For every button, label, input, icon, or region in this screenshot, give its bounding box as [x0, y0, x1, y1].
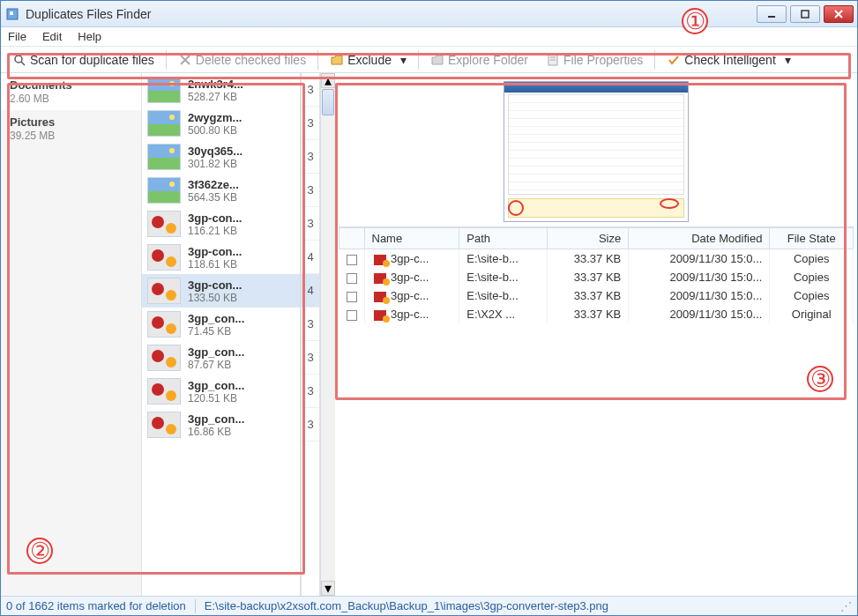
file-name: 30yq365...	[188, 145, 242, 158]
dup-count-cell: 3	[302, 107, 319, 140]
file-item[interactable]: 2nwk3r4...528.27 KB	[142, 73, 300, 107]
checkbox[interactable]	[347, 310, 357, 321]
toolbar: Scan for duplicate files Delete checked …	[1, 47, 857, 73]
exclude-button[interactable]: Exclude ▾	[322, 49, 414, 71]
svg-line-7	[21, 62, 25, 65]
close-button[interactable]	[824, 5, 854, 23]
folder-item-documents[interactable]: Documents 2.60 MB	[1, 73, 141, 110]
table-row[interactable]: 3gp-c...E:\X2X ...33.37 KB2009/11/30 15:…	[339, 305, 854, 323]
menu-help[interactable]: Help	[78, 30, 101, 43]
file-size: 500.80 KB	[188, 124, 242, 137]
status-marked: 0 of 1662 items marked for deletion	[6, 599, 186, 612]
dup-count-column: 33333443333	[301, 73, 320, 596]
checkbox[interactable]	[347, 292, 357, 302]
explore-label: Explore Folder	[448, 53, 528, 67]
cell-path: E:\site-b...	[459, 249, 547, 269]
file-name: 3f362ze...	[188, 178, 239, 191]
col-path[interactable]: Path	[459, 228, 547, 249]
dup-count-cell: 4	[302, 274, 319, 308]
file-meta: 30yq365...301.82 KB	[188, 145, 242, 170]
scroll-thumb[interactable]	[322, 89, 334, 115]
file-size: 133.50 KB	[188, 292, 242, 304]
scrollbar-vertical[interactable]: ▴ ▾	[320, 73, 335, 596]
file-size: 528.27 KB	[188, 91, 243, 103]
file-item[interactable]: 30yq365...301.82 KB	[142, 140, 300, 174]
file-item[interactable]: 3gp-con...118.61 KB	[142, 241, 300, 274]
file-item[interactable]: 3gp-con...133.50 KB	[142, 274, 300, 308]
checkbox[interactable]	[347, 273, 357, 284]
file-item[interactable]: 3gp-con...116.21 KB	[142, 207, 300, 241]
file-item[interactable]: 3gp_con...120.51 KB	[142, 375, 300, 408]
grid-area: Name Path Size Date Modified File State …	[339, 226, 854, 592]
minimize-button[interactable]	[757, 5, 787, 23]
dup-count-cell: 3	[302, 207, 319, 241]
chevron-down-icon: ▾	[785, 53, 791, 67]
folder-exclude-icon	[330, 53, 344, 67]
col-state[interactable]: File State	[770, 228, 854, 249]
statusbar: 0 of 1662 items marked for deletion E:\s…	[1, 596, 857, 615]
file-size: 16.86 KB	[188, 426, 244, 438]
file-meta: 3gp_con...87.67 KB	[188, 345, 244, 371]
delete-button[interactable]: Delete checked files	[170, 49, 314, 71]
file-size: 71.45 KB	[188, 325, 244, 338]
explore-button[interactable]: Explore Folder	[422, 49, 536, 71]
table-row[interactable]: 3gp-c...E:\site-b...33.37 KB2009/11/30 1…	[339, 286, 854, 305]
folder-name: Documents	[10, 78, 132, 92]
file-item[interactable]: 3gp_con...87.67 KB	[142, 341, 300, 375]
dup-count-cell: 3	[302, 73, 319, 107]
col-name[interactable]: Name	[364, 228, 459, 249]
menu-file[interactable]: File	[8, 30, 26, 43]
delete-label: Delete checked files	[196, 53, 306, 67]
folder-item-pictures[interactable]: Pictures 39.25 MB	[1, 110, 141, 147]
table-row[interactable]: 3gp-c...E:\site-b...33.37 KB2009/11/30 1…	[339, 249, 854, 269]
cell-name: 3gp-c...	[364, 249, 459, 269]
properties-button[interactable]: File Properties	[538, 49, 651, 71]
thumbnail-icon	[147, 412, 181, 438]
cell-date: 2009/11/30 15:0...	[629, 249, 770, 269]
file-item[interactable]: 3gp_con...71.45 KB	[142, 308, 300, 341]
app-icon	[4, 6, 20, 22]
file-meta: 3gp_con...16.86 KB	[188, 412, 244, 438]
check-intel-label: Check Intelligent	[684, 53, 776, 67]
check-intelligent-button[interactable]: Check Intelligent ▾	[659, 49, 799, 71]
col-date[interactable]: Date Modified	[629, 228, 770, 249]
scan-button[interactable]: Scan for duplicate files	[4, 49, 162, 71]
file-name: 3gp_con...	[188, 379, 244, 392]
maximize-button[interactable]	[790, 5, 820, 23]
thumbnail-icon	[147, 345, 181, 371]
cell-path: E:\X2X ...	[459, 305, 547, 323]
dup-count-cell: 3	[302, 140, 319, 174]
file-name: 3gp_con...	[188, 312, 244, 325]
menu-edit[interactable]: Edit	[42, 30, 62, 43]
file-item[interactable]: 2wygzm...500.80 KB	[142, 107, 300, 140]
file-item[interactable]: 3f362ze...564.35 KB	[142, 174, 300, 207]
dup-count-cell: 3	[302, 408, 319, 442]
file-name: 3gp_con...	[188, 345, 244, 359]
dup-count-cell: 3	[302, 375, 319, 408]
exclude-label: Exclude	[347, 53, 392, 67]
divider	[195, 599, 196, 613]
cell-size: 33.37 KB	[547, 286, 629, 305]
file-name: 3gp-con...	[188, 212, 242, 225]
col-size[interactable]: Size	[547, 228, 629, 249]
scroll-down-button[interactable]: ▾	[321, 581, 335, 596]
table-row[interactable]: 3gp-c...E:\site-b...33.37 KB2009/11/30 1…	[339, 268, 854, 286]
scroll-up-button[interactable]: ▴	[321, 73, 335, 88]
resize-grip-icon[interactable]: ⋰	[840, 599, 852, 612]
cell-name: 3gp-c...	[364, 286, 459, 305]
main-content: Documents 2.60 MB Pictures 39.25 MB 2nwk…	[1, 73, 857, 596]
cell-size: 33.37 KB	[547, 305, 629, 323]
properties-label: File Properties	[563, 53, 643, 67]
file-icon	[374, 310, 386, 321]
cell-state: Copies	[770, 286, 854, 305]
cell-date: 2009/11/30 15:0...	[629, 305, 770, 323]
file-size: 301.82 KB	[188, 158, 242, 170]
svg-point-6	[15, 56, 22, 63]
folder-size: 39.25 MB	[10, 130, 55, 142]
thumbnail-icon	[147, 110, 181, 137]
file-item[interactable]: 3gp_con...16.86 KB	[142, 408, 300, 442]
files-column: 2nwk3r4...528.27 KB2wygzm...500.80 KB30y…	[142, 73, 300, 596]
checkbox[interactable]	[347, 255, 357, 265]
file-name: 3gp_con...	[188, 412, 244, 426]
dup-count-cell: 3	[302, 308, 319, 341]
